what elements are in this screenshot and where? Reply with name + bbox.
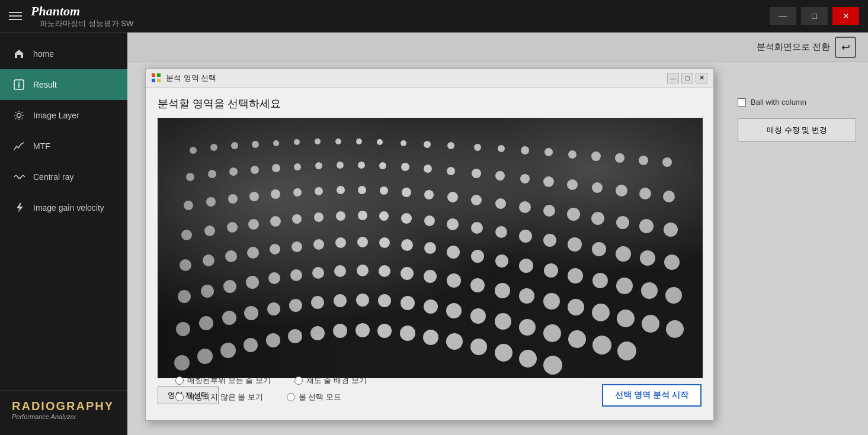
ball-column-checkbox[interactable] [738,98,746,107]
right-area: 분석화면으로 전환 ↩ 분석 영역 선택 [127,33,868,435]
main-area: home i Result Image Layer [0,33,868,435]
radio-row-2: 매칭되지 않은 볼 보기 볼 선택 모드 [175,392,715,402]
top-bar: Phantom 파노라마장비 성능평가 SW — □ ✕ [0,0,868,33]
lightning-icon [12,201,26,215]
content-area: 분석 영역 선택 — □ ✕ 분석할 영역을 선택하세요 [127,62,868,435]
sidebar-item-central-ray[interactable]: Central ray [0,162,127,192]
radio-circle-2 [294,376,303,385]
sidebar-image-layer-label: Image Layer [33,111,79,120]
radio-label-channel-show: 채도 줄 배경 보기 [306,375,367,386]
sidebar-home-label: home [33,49,54,59]
radio-circle-3 [175,393,184,401]
radio-option-channel-show[interactable]: 채도 줄 배경 보기 [294,375,367,386]
radio-label-ball-select: 볼 선택 모드 [299,392,341,402]
close-button[interactable]: ✕ [832,7,859,25]
svg-point-2 [17,114,21,118]
window-controls: — □ ✕ [770,7,859,25]
sidebar-mtf-label: MTF [33,141,50,151]
modal-window-controls: — □ ✕ [667,73,707,83]
radio-row-1: 매칭된후위 모든 줄 보기 채도 줄 배경 보기 [175,375,715,386]
radio-option-ball-select[interactable]: 볼 선택 모드 [287,392,341,402]
modal-title: 분석 영역 선택 [166,73,216,83]
modal-heading: 분석할 영역을 선택하세요 [158,96,702,111]
brand-subtitle: Performance Analyzer [12,413,116,420]
maximize-button[interactable]: □ [801,7,828,25]
svg-text:i: i [18,81,20,89]
sidebar: home i Result Image Layer [0,33,127,435]
modal-body: 분석할 영역을 선택하세요 [146,88,713,420]
right-panel: Ball with column 매칭 수정 및 변경 [738,98,856,142]
radio-options-area: 매칭된후위 모든 줄 보기 채도 줄 배경 보기 매칭되지 않은 볼 보기 [175,375,715,408]
sidebar-item-home[interactable]: home [0,38,127,69]
sidebar-item-image-gain-velocity[interactable]: Image gain velocity [0,192,127,223]
modal-close-button[interactable]: ✕ [696,73,707,83]
sidebar-item-result[interactable]: i Result [0,69,127,100]
radio-label-unmatched: 매칭되지 않은 볼 보기 [187,392,263,402]
modal-maximize-button[interactable]: □ [681,73,693,83]
radio-label-matching-show: 매칭된후위 모든 줄 보기 [187,375,271,386]
info-icon: i [12,78,26,92]
wave-icon [12,170,26,184]
matching-edit-button[interactable]: 매칭 수정 및 변경 [738,118,856,142]
sidebar-central-ray-label: Central ray [33,172,73,182]
radio-option-matching-show[interactable]: 매칭된후위 모든 줄 보기 [175,375,271,386]
ball-column-checkbox-row[interactable]: Ball with column [738,98,856,107]
radio-option-unmatched[interactable]: 매칭되지 않은 볼 보기 [175,392,263,402]
modal-minimize-button[interactable]: — [667,73,679,83]
ball-column-label: Ball with column [751,98,806,107]
modal-titlebar: 분석 영역 선택 — □ ✕ [146,69,713,88]
minimize-button[interactable]: — [770,7,796,25]
brand-name: RADIOGRAPHY [12,399,116,413]
settings-icon [12,108,26,123]
modal-icon [152,73,161,83]
right-top-bar: 분석화면으로 전환 ↩ [127,33,868,62]
analysis-switch-button[interactable]: 분석화면으로 전환 ↩ [757,37,856,58]
home-icon [12,47,26,61]
svg-rect-176 [158,118,703,378]
radio-circle-1 [175,376,184,385]
app-title: 파노라마장비 성능평가 SW [40,19,133,28]
sidebar-image-gain-label: Image gain velocity [33,203,104,212]
sidebar-result-label: Result [33,80,57,89]
analysis-region-modal: 분석 영역 선택 — □ ✕ 분석할 영역을 선택하세요 [145,68,714,421]
analysis-switch-label: 분석화면으로 전환 [757,41,830,53]
back-icon: ↩ [835,37,856,58]
app-logo: Phantom [31,4,133,19]
radio-circle-4 [287,393,295,401]
xray-image-canvas[interactable] [158,118,703,378]
sidebar-brand: RADIOGRAPHY Performance Analyzer [0,390,127,429]
sidebar-item-mtf[interactable]: MTF [0,131,127,162]
sidebar-item-image-layer[interactable]: Image Layer [0,100,127,131]
chart-icon [12,139,26,153]
menu-button[interactable] [9,12,22,20]
